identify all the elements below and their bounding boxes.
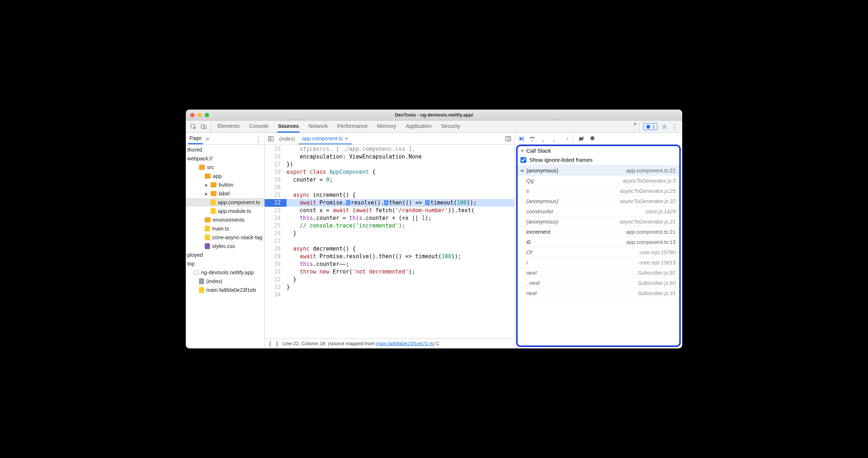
pretty-print-icon[interactable]: { } bbox=[268, 340, 279, 347]
tree-item[interactable]: main.fa8bfa0e23f1eb bbox=[186, 286, 264, 294]
call-stack-header[interactable]: ▼ Call Stack bbox=[518, 146, 679, 155]
file-tree[interactable]: thoredwebpack://srcapp▶button▶labelapp.c… bbox=[186, 145, 264, 348]
panel-tab-memory[interactable]: Memory bbox=[376, 121, 397, 133]
navigator-tabbar: Page » ⋮ bbox=[186, 133, 264, 145]
tree-item[interactable]: environments bbox=[186, 215, 264, 224]
tree-item[interactable]: zone-async-stack-tag bbox=[186, 233, 264, 242]
show-ignored-frames-checkbox[interactable]: Show ignore-listed frames bbox=[518, 155, 679, 165]
call-stack-frame[interactable]: icore.mjs:15815 bbox=[518, 257, 679, 268]
tree-item[interactable]: src bbox=[186, 163, 264, 172]
tree-item-label: main.ts bbox=[212, 226, 229, 232]
settings-gear-icon[interactable] bbox=[661, 123, 668, 130]
breakpoint-marker-icon[interactable] bbox=[346, 200, 350, 205]
navigator-menu-icon[interactable]: ⋮ bbox=[255, 135, 262, 143]
tree-item-label: label bbox=[219, 191, 230, 196]
tree-item[interactable]: (index) bbox=[186, 277, 264, 286]
tree-item[interactable]: ng-devtools.netlify.app bbox=[186, 268, 264, 277]
toggle-navigator-icon[interactable] bbox=[266, 134, 276, 144]
call-stack-frame[interactable]: nextSubscriber.js:31 bbox=[518, 288, 679, 298]
tree-item[interactable]: styles.css bbox=[186, 242, 264, 251]
tree-item[interactable]: app.module.ts bbox=[186, 207, 264, 215]
call-stack-frame[interactable]: i0app.component.ts:13 bbox=[518, 237, 679, 247]
tree-item[interactable]: app bbox=[186, 172, 264, 180]
deactivate-breakpoints-icon[interactable] bbox=[578, 135, 585, 142]
tree-item-label: environments bbox=[213, 217, 245, 223]
frame-location: asyncToGenerator.js:32 bbox=[620, 198, 676, 204]
step-over-icon[interactable] bbox=[529, 135, 536, 142]
call-stack-frame[interactable]: sasyncToGenerator.js:25 bbox=[518, 186, 679, 196]
navigator-more-icon[interactable]: » bbox=[206, 136, 209, 142]
frame-function-name: i0 bbox=[526, 239, 626, 245]
devtools-window: DevTools - ng-devtools.netlify.app/ Elem… bbox=[186, 110, 682, 348]
call-stack-frame[interactable]: (anonymous)asyncToGenerator.js:21 bbox=[518, 217, 679, 227]
cursor-position: Line 22, Column 19 bbox=[283, 341, 325, 346]
call-stack-frame[interactable]: QgasyncToGenerator.js:3 bbox=[518, 176, 679, 186]
panel-tab-elements[interactable]: Elements bbox=[217, 121, 240, 133]
frame-location: asyncToGenerator.js:25 bbox=[620, 188, 676, 194]
frame-function-name: next bbox=[526, 270, 638, 276]
tree-item-label: zone-async-stack-tag bbox=[212, 234, 262, 240]
panel-tab-application[interactable]: Application bbox=[405, 121, 432, 133]
tree-item[interactable]: ▶button bbox=[186, 180, 264, 189]
code-editor[interactable]: 1516171819202122232425262728293031323334… bbox=[265, 145, 514, 338]
resume-script-icon[interactable] bbox=[518, 135, 525, 142]
call-stack-frame[interactable]: (anonymous)asyncToGenerator.js:32 bbox=[518, 196, 679, 206]
pause-on-exceptions-icon[interactable] bbox=[589, 135, 596, 142]
kebab-menu-icon[interactable]: ⋮ bbox=[671, 123, 678, 130]
tree-item-label: button bbox=[219, 182, 233, 188]
breakpoint-marker-icon[interactable] bbox=[384, 200, 388, 205]
close-tab-icon[interactable]: × bbox=[345, 135, 348, 141]
tree-item[interactable]: ▶label bbox=[186, 189, 264, 198]
call-stack-list[interactable]: ➔(anonymous)app.component.ts:22QgasyncTo… bbox=[518, 165, 679, 346]
step-into-icon[interactable] bbox=[539, 135, 547, 142]
panel-tab-sources[interactable]: Sources bbox=[277, 121, 300, 133]
show-ignored-frames-input[interactable] bbox=[521, 157, 526, 163]
step-out-icon[interactable] bbox=[550, 135, 558, 142]
panel-tab-console[interactable]: Console bbox=[248, 121, 269, 133]
frame-location: Subscriber.js:91 bbox=[638, 270, 676, 276]
code-content: styceorcs. [ ./app.componenc.css ], enca… bbox=[287, 145, 514, 338]
panel-tab-performance[interactable]: Performance bbox=[337, 121, 368, 133]
tree-item[interactable]: ployed bbox=[186, 251, 264, 259]
call-stack-frame[interactable]: incrementapp.component.ts:21 bbox=[518, 227, 679, 237]
call-stack-frame[interactable]: _nextSubscriber.js:60 bbox=[518, 278, 679, 288]
tree-item[interactable]: top bbox=[186, 259, 264, 268]
call-stack-frame[interactable]: Ofcore.mjs:15780 bbox=[518, 247, 679, 257]
frame-function-name: _next bbox=[526, 280, 638, 286]
toggle-debugger-icon[interactable] bbox=[503, 134, 513, 144]
tree-item-label: top bbox=[187, 261, 195, 267]
call-stack-frame[interactable]: nextSubscriber.js:91 bbox=[518, 268, 679, 278]
call-stack-frame[interactable]: ➔(anonymous)app.component.ts:22 bbox=[518, 165, 679, 176]
frame-location: Subscriber.js:31 bbox=[638, 290, 676, 296]
editor-tab-index[interactable]: (index) bbox=[276, 133, 299, 144]
panel-tab-network[interactable]: Network bbox=[308, 121, 329, 133]
frame-location: Subscriber.js:60 bbox=[638, 280, 676, 286]
step-icon[interactable] bbox=[561, 135, 569, 142]
tree-item[interactable]: main.ts bbox=[186, 224, 264, 233]
frame-location: core.mjs:15815 bbox=[640, 260, 676, 266]
svg-rect-9 bbox=[523, 137, 523, 141]
svg-rect-3 bbox=[646, 125, 650, 128]
editor-tab-label: (index) bbox=[279, 136, 295, 142]
breakpoint-marker-icon[interactable] bbox=[425, 200, 430, 205]
current-frame-arrow-icon: ➔ bbox=[520, 168, 526, 173]
source-map-link[interactable]: main.fa8bfa0e23f1eb71.js bbox=[376, 341, 433, 346]
editor-tab-app-component[interactable]: app.component.ts × bbox=[299, 133, 352, 144]
tree-item-label: thored bbox=[187, 147, 202, 153]
tree-item-label: app.module.ts bbox=[218, 208, 251, 214]
device-toolbar-icon[interactable] bbox=[200, 123, 207, 130]
issues-badge[interactable]: 1 bbox=[643, 123, 657, 130]
call-stack-panel: ▼ Call Stack Show ignore-listed frames ➔… bbox=[516, 145, 681, 347]
call-stack-frame[interactable]: constructorzone.js:1429 bbox=[518, 206, 679, 217]
disclosure-triangle-icon[interactable]: ▼ bbox=[521, 149, 524, 153]
tree-item[interactable]: thored bbox=[186, 145, 264, 154]
inspect-element-icon[interactable] bbox=[190, 123, 197, 130]
svg-point-10 bbox=[532, 140, 533, 141]
more-tabs-icon[interactable]: » bbox=[632, 121, 638, 127]
frame-function-name: s bbox=[526, 188, 620, 194]
panel-tab-security[interactable]: Security bbox=[440, 121, 461, 133]
frame-function-name: i bbox=[526, 259, 640, 266]
navigator-tab-page[interactable]: Page bbox=[188, 133, 203, 144]
tree-item[interactable]: app.component.ts bbox=[186, 198, 264, 207]
tree-item[interactable]: webpack:// bbox=[186, 154, 264, 163]
